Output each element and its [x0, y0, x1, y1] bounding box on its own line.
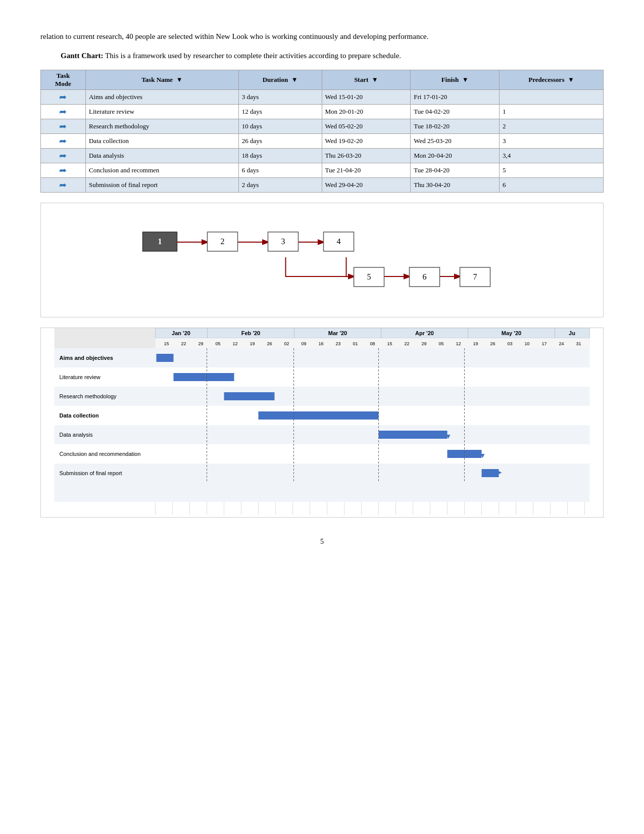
svg-text:1: 1 — [158, 237, 162, 246]
task-name-cell: Submission of final report — [85, 178, 238, 193]
start-cell: Wed 29-04-20 — [322, 178, 411, 193]
finish-cell: Fri 17-01-20 — [411, 90, 500, 105]
task-mode-cell: ➦ — [41, 178, 86, 193]
finish-cell: Wed 25-03-20 — [411, 134, 500, 149]
start-cell: Wed 15-01-20 — [322, 90, 411, 105]
start-cell: Wed 05-02-20 — [322, 119, 411, 134]
svg-text:12: 12 — [456, 341, 461, 346]
svg-text:29: 29 — [422, 341, 427, 346]
task-name-cell: Conclusion and recommen — [85, 163, 238, 178]
gantt-visual: .gantt-bar { fill: #4472c4; } .gantt-lab… — [40, 328, 604, 518]
svg-text:4: 4 — [337, 237, 341, 246]
bar-literature — [174, 373, 234, 381]
bar-data-collection — [259, 411, 379, 420]
table-row: ➦ Aims and objectives 3 days Wed 15-01-2… — [41, 90, 604, 105]
col-header-finish: Finish ▼ — [411, 70, 500, 90]
bar-data-analysis — [379, 431, 448, 439]
svg-text:Data collection: Data collection — [60, 412, 100, 419]
svg-text:Ju: Ju — [569, 330, 575, 336]
svg-text:Conclusion and recommendation: Conclusion and recommendation — [60, 451, 141, 457]
svg-rect-79 — [55, 387, 590, 406]
table-row: ➦ Conclusion and recommen 6 days Tue 21-… — [41, 163, 604, 178]
duration-cell: 12 days — [238, 105, 322, 119]
pred-cell: 3 — [500, 134, 604, 149]
table-row: ➦ Literature review 12 days Mon 20-01-20… — [41, 105, 604, 119]
svg-text:Research methodology: Research methodology — [60, 393, 117, 399]
pred-cell — [500, 90, 604, 105]
bar-aims — [157, 354, 174, 362]
finish-cell: Thu 30-04-20 — [411, 178, 500, 193]
task-name-cell: Data analysis — [85, 149, 238, 163]
pred-cell: 2 — [500, 119, 604, 134]
svg-text:31: 31 — [576, 341, 581, 346]
start-cell: Thu 26-03-20 — [322, 149, 411, 163]
svg-text:15: 15 — [164, 341, 169, 346]
svg-text:Aims and objectives: Aims and objectives — [60, 355, 113, 361]
paragraph-1: relation to current research, 40 people … — [40, 30, 604, 42]
col-header-task-name: Task Name ▼ — [85, 70, 238, 90]
col-header-duration: Duration ▼ — [238, 70, 322, 90]
svg-text:29: 29 — [199, 341, 204, 346]
col-header-start: Start ▼ — [322, 70, 411, 90]
svg-rect-78 — [55, 367, 590, 387]
duration-cell: 3 days — [238, 90, 322, 105]
table-row: ➦ Data collection 26 days Wed 19-02-20 W… — [41, 134, 604, 149]
network-svg: 1 2 3 4 5 6 7 — [46, 213, 598, 307]
svg-text:19: 19 — [250, 341, 255, 346]
task-mode-cell: ➦ — [41, 149, 86, 163]
svg-rect-81 — [55, 425, 590, 444]
duration-cell: 26 days — [238, 134, 322, 149]
svg-text:Submission of final report: Submission of final report — [60, 470, 122, 476]
svg-text:03: 03 — [508, 341, 513, 346]
svg-text:09: 09 — [302, 341, 307, 346]
network-diagram: 1 2 3 4 5 6 7 — [40, 203, 604, 317]
pred-cell: 6 — [500, 178, 604, 193]
svg-text:22: 22 — [405, 341, 410, 346]
gantt-table: TaskMode Task Name ▼ Duration ▼ Start ▼ … — [40, 70, 604, 193]
svg-text:Jan '20: Jan '20 — [172, 330, 190, 336]
svg-text:May '20: May '20 — [502, 330, 521, 336]
start-cell: Wed 19-02-20 — [322, 134, 411, 149]
table-row: ➦ Research methodology 10 days Wed 05-02… — [41, 119, 604, 134]
svg-text:3: 3 — [281, 237, 285, 246]
finish-cell: Tue 04-02-20 — [411, 105, 500, 119]
svg-text:26: 26 — [490, 341, 496, 346]
svg-text:02: 02 — [284, 341, 289, 346]
gantt-chart-label: Gantt Chart: — [61, 52, 104, 60]
svg-text:05: 05 — [439, 341, 444, 346]
svg-text:2: 2 — [221, 237, 225, 246]
task-mode-cell: ➦ — [41, 134, 86, 149]
task-mode-cell: ➦ — [41, 105, 86, 119]
svg-text:24: 24 — [559, 341, 564, 346]
svg-text:17: 17 — [542, 341, 547, 346]
svg-text:10: 10 — [525, 341, 530, 346]
svg-text:15: 15 — [387, 341, 392, 346]
svg-text:Feb '20: Feb '20 — [241, 330, 260, 336]
svg-text:22: 22 — [181, 341, 186, 346]
bar-submission — [482, 469, 499, 477]
svg-text:7: 7 — [473, 272, 477, 281]
finish-cell: Tue 18-02-20 — [411, 119, 500, 134]
finish-cell: Mon 20-04-20 — [411, 149, 500, 163]
finish-cell: Tue 28-04-20 — [411, 163, 500, 178]
col-header-task-mode: TaskMode — [41, 70, 86, 90]
duration-cell: 18 days — [238, 149, 322, 163]
svg-text:26: 26 — [267, 341, 272, 346]
gantt-chart-svg: .gantt-bar { fill: #4472c4; } .gantt-lab… — [41, 328, 603, 515]
pred-cell: 5 — [500, 163, 604, 178]
svg-text:16: 16 — [319, 341, 324, 346]
table-row: ➦ Submission of final report 2 days Wed … — [41, 178, 604, 193]
task-name-cell: Data collection — [85, 134, 238, 149]
svg-text:23: 23 — [336, 341, 341, 346]
bar-research — [224, 392, 275, 400]
page-number: 5 — [40, 538, 604, 546]
svg-text:Mar '20: Mar '20 — [328, 330, 347, 336]
svg-text:12: 12 — [233, 341, 238, 346]
svg-text:6: 6 — [423, 272, 427, 281]
task-name-cell: Literature review — [85, 105, 238, 119]
svg-text:19: 19 — [473, 341, 478, 346]
start-cell: Tue 21-04-20 — [322, 163, 411, 178]
table-row: ➦ Data analysis 18 days Thu 26-03-20 Mon… — [41, 149, 604, 163]
task-mode-cell: ➦ — [41, 119, 86, 134]
svg-text:01: 01 — [353, 341, 358, 346]
